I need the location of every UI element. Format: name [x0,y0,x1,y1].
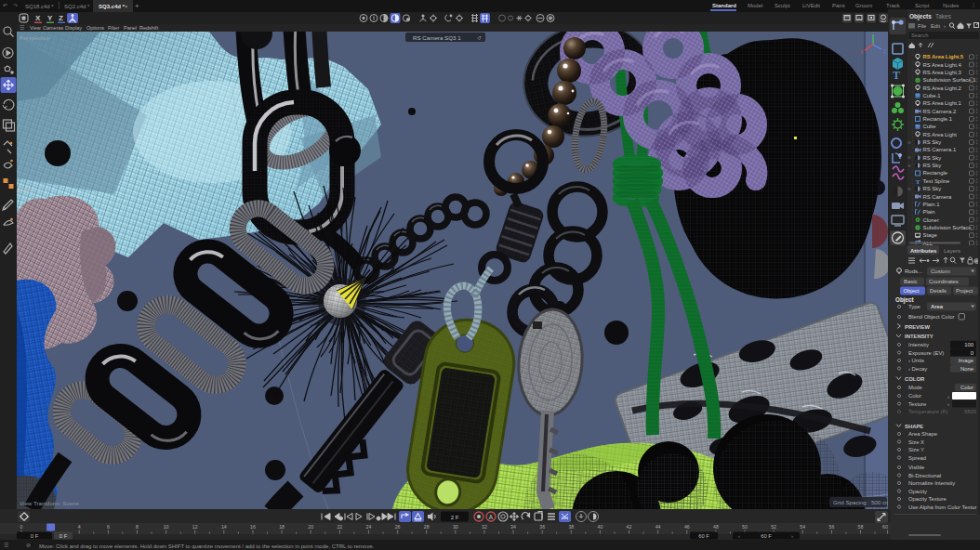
svg-text:› Units: › Units [908,358,924,363]
svg-text:Use Alpha from Color Textur: Use Alpha from Color Textur [908,504,977,510]
svg-text:22: 22 [337,524,342,530]
svg-text:⋮: ⋮ [910,229,915,234]
svg-text:Intensity: Intensity [908,342,929,347]
svg-text:Perspective: Perspective [20,34,50,41]
svg-text:34: 34 [510,524,516,530]
svg-text:None: None [960,366,974,372]
svg-text:›: › [947,401,949,407]
svg-text:56: 56 [829,524,835,530]
svg-text:Normalize Intensity: Normalize Intensity [908,480,955,486]
svg-text:18: 18 [279,524,285,530]
svg-text:Area Shape: Area Shape [908,431,938,437]
svg-text:⋮: ⋮ [910,59,915,64]
svg-text:0: 0 [20,524,23,530]
svg-text:RS Area Light.1: RS Area Light.1 [923,100,961,106]
svg-text:‹: ‹ [738,533,740,539]
svg-text:Visible: Visible [908,465,925,470]
svg-text:RS Camera SQ3 1: RS Camera SQ3 1 [413,34,461,41]
svg-text:⋮: ⋮ [910,128,915,134]
svg-text:RS Sky: RS Sky [923,163,942,168]
svg-text:⋮: ⋮ [910,112,915,118]
svg-text:View Transform: Scene: View Transform: Scene [20,500,79,506]
svg-text:20: 20 [308,524,313,530]
svg-text:⋮: ⋮ [910,120,915,125]
svg-text:Rods...: Rods... [905,268,922,274]
svg-text:T: T [893,69,900,82]
svg-text:Takes: Takes [935,13,952,20]
svg-text:Mode: Mode [908,385,922,390]
svg-text:60 F: 60 F [698,533,709,539]
svg-text:⋮: ⋮ [910,198,915,203]
svg-text:24: 24 [366,524,372,530]
svg-text:›: › [944,23,946,29]
svg-text:Z: Z [59,14,63,22]
svg-text:30: 30 [453,524,458,530]
svg-text:RS Sky: RS Sky [923,155,942,161]
svg-text:SHAPE: SHAPE [905,424,923,429]
svg-text:Texture: Texture [908,401,927,407]
svg-text:Bi-Directional: Bi-Directional [908,473,941,478]
svg-text:Z: Z [883,48,886,54]
svg-text:RS Sky: RS Sky [923,186,942,191]
svg-text:Project: Project [956,288,973,294]
svg-text:Custom: Custom [931,268,950,274]
svg-text:⋮: ⋮ [910,190,915,196]
svg-text:Cloner: Cloner [923,217,939,223]
svg-text:Plain.1: Plain.1 [923,202,940,207]
svg-text:RS Area Light: RS Area Light [923,132,958,138]
svg-text:⋮: ⋮ [910,105,915,111]
svg-text:Attributes: Attributes [910,248,937,254]
svg-text:60 F: 60 F [761,533,772,539]
svg-text:Text Spline: Text Spline [923,178,951,184]
svg-text:52: 52 [771,524,776,530]
svg-text:10: 10 [164,524,169,530]
svg-text:⋮: ⋮ [910,175,915,180]
svg-text:50: 50 [742,524,748,530]
svg-text:16: 16 [250,524,256,530]
svg-text:⋮: ⋮ [910,89,915,95]
svg-text:40: 40 [598,524,603,530]
svg-text:26: 26 [395,524,401,530]
svg-text:RS Camera: RS Camera [923,194,952,200]
svg-text:Plain: Plain [923,209,935,215]
svg-text:Area: Area [931,304,944,309]
svg-text:46: 46 [684,524,690,530]
svg-text:RS Area Light.2: RS Area Light.2 [923,85,961,91]
svg-text:⋮: ⋮ [910,66,915,72]
svg-text:Objects: Objects [909,13,932,20]
svg-text:›: › [791,533,793,539]
svg-text:A: A [489,514,494,520]
svg-text:⋮: ⋮ [910,73,915,79]
svg-text:PREVIEW: PREVIEW [905,324,931,330]
svg-text:60: 60 [882,524,888,530]
svg-text:⋮: ⋮ [910,214,915,219]
svg-text:Rectangle.1: Rectangle.1 [923,116,952,122]
svg-text:0 F: 0 F [31,533,39,539]
svg-text:Spread: Spread [908,455,926,461]
svg-text:6500: 6500 [964,409,977,414]
svg-text:Image: Image [959,358,974,363]
svg-text:Grid Spacing : 500 cm: Grid Spacing : 500 cm [833,499,888,505]
svg-text:Temperature (K): Temperature (K) [908,409,948,414]
svg-text:32: 32 [482,524,487,530]
svg-text:Object: Object [904,288,920,294]
svg-text:⋮: ⋮ [910,82,915,87]
svg-text:Color: Color [908,393,921,399]
svg-text:Layers: Layers [944,248,960,254]
svg-text:48: 48 [713,524,719,530]
svg-text:RS Sky: RS Sky [923,139,942,145]
svg-text:8: 8 [136,524,139,530]
svg-text:Cube.1: Cube.1 [923,93,941,98]
svg-text:RS Area Light.4: RS Area Light.4 [923,62,962,68]
svg-text:RS Camera.1: RS Camera.1 [923,147,957,152]
svg-text:Y: Y [47,14,53,22]
svg-text:Opacity: Opacity [908,489,927,494]
svg-text:Search: Search [911,33,928,38]
svg-text:Type: Type [908,304,920,309]
svg-text:⋮: ⋮ [910,221,915,227]
svg-text:›: › [947,394,949,399]
svg-text:14: 14 [221,524,227,530]
svg-text:Cube: Cube [923,124,937,129]
svg-text:Opacity Texture: Opacity Texture [908,496,947,502]
svg-text:Edit: Edit [931,23,940,29]
